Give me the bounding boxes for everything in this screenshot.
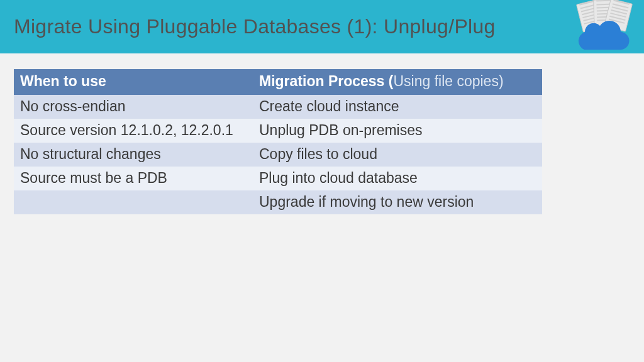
- cell-right: Upgrade if moving to new version: [253, 190, 542, 214]
- cell-left: [14, 190, 253, 214]
- table-row: Source version 12.1.0.2, 12.2.0.1Unplug …: [14, 119, 542, 143]
- header-when-to-use: When to use: [14, 69, 253, 95]
- slide-title: Migrate Using Pluggable Databases (1): U…: [14, 15, 496, 38]
- cell-left: Source version 12.1.0.2, 12.2.0.1: [14, 119, 253, 143]
- table-row: No cross-endianCreate cloud instance: [14, 95, 542, 119]
- table-row: Upgrade if moving to new version: [14, 190, 542, 214]
- migration-table: When to use Migration Process (Using fil…: [14, 69, 542, 214]
- cell-left: No cross-endian: [14, 95, 253, 119]
- header-migration-sub: Using file copies): [393, 73, 503, 89]
- slide-header: Migrate Using Pluggable Databases (1): U…: [0, 0, 644, 53]
- cloud-documents-icon: [573, 4, 633, 50]
- cell-right: Copy files to cloud: [253, 143, 542, 167]
- cloud-icon: [573, 13, 633, 50]
- header-migration-bold: Migration Process (: [259, 73, 393, 89]
- cell-right: Unplug PDB on-premises: [253, 119, 542, 143]
- cell-right: Create cloud instance: [253, 95, 542, 119]
- table-header-row: When to use Migration Process (Using fil…: [14, 69, 542, 95]
- header-migration-process: Migration Process (Using file copies): [253, 69, 542, 95]
- cell-left: Source must be a PDB: [14, 167, 253, 190]
- slide-content: When to use Migration Process (Using fil…: [0, 53, 644, 230]
- table-row: No structural changesCopy files to cloud: [14, 143, 542, 167]
- cell-left: No structural changes: [14, 143, 253, 167]
- cell-right: Plug into cloud database: [253, 167, 542, 190]
- table-row: Source must be a PDBPlug into cloud data…: [14, 167, 542, 190]
